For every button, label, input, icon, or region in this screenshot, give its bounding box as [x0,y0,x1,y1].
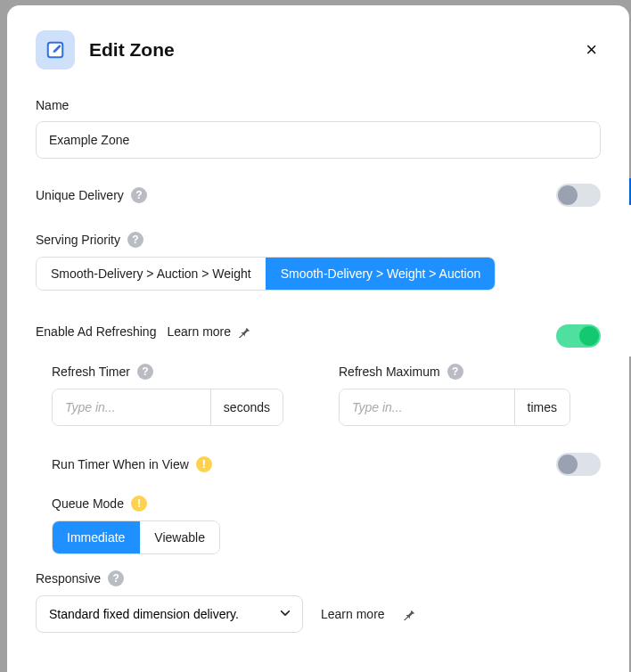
refresh-max-suffix: times [514,389,570,425]
ad-refreshing-toggle[interactable] [556,324,601,348]
help-icon[interactable]: ? [108,570,124,586]
serving-priority-option-1[interactable]: Smooth-Delivery > Weight > Auction [266,258,496,290]
responsive-learn-more[interactable]: Learn more [321,607,385,621]
refresh-timer-label: Refresh Timer [52,365,130,379]
refresh-max-input[interactable] [340,389,514,425]
ad-refreshing-subsection: Refresh Timer ? seconds Refresh Maximum … [52,364,601,554]
pin-icon[interactable] [403,608,415,620]
refresh-timer-field: Refresh Timer ? seconds [52,364,314,426]
unique-delivery-toggle[interactable] [556,184,601,207]
warning-icon[interactable]: ! [131,496,147,512]
close-button[interactable]: × [582,37,601,63]
queue-mode-field: Queue Mode ! Immediate Viewable [52,496,601,554]
edit-icon [36,30,75,70]
refresh-max-label: Refresh Maximum [339,365,440,379]
queue-mode-option-immediate[interactable]: Immediate [53,521,139,553]
chevron-down-icon [279,607,291,622]
help-icon[interactable]: ? [137,364,153,380]
responsive-label: Responsive [36,571,101,586]
help-icon[interactable]: ? [127,232,143,248]
name-input[interactable] [36,121,601,159]
modal-title: Edit Zone [89,39,568,61]
help-icon[interactable]: ? [131,187,147,203]
name-field: Name [36,98,601,159]
refresh-max-field: Refresh Maximum ? times [339,364,601,426]
queue-mode-option-viewable[interactable]: Viewable [139,521,219,553]
run-timer-row: Run Timer When in View ! [52,453,601,476]
help-icon[interactable]: ? [447,364,463,380]
edit-zone-modal: Edit Zone × Name Unique Delivery ? Servi… [7,5,629,672]
serving-priority-segmented: Smooth-Delivery > Auction > Weight Smoot… [36,257,496,291]
queue-mode-label: Queue Mode [52,496,124,511]
queue-mode-segmented: Immediate Viewable [52,520,220,554]
unique-delivery-row: Unique Delivery ? [36,184,601,207]
pin-icon[interactable] [238,325,250,338]
responsive-field: Responsive ? Standard fixed dimension de… [36,570,601,633]
serving-priority-field: Serving Priority ? Smooth-Delivery > Auc… [36,232,601,291]
ad-refreshing-learn-more[interactable]: Learn more [167,324,231,339]
modal-header: Edit Zone × [36,30,601,70]
name-label: Name [36,98,601,112]
refresh-timer-input[interactable] [53,389,210,425]
warning-icon[interactable]: ! [196,456,212,472]
serving-priority-option-0[interactable]: Smooth-Delivery > Auction > Weight [37,258,266,290]
ad-refreshing-label: Enable Ad Refreshing [36,324,156,339]
serving-priority-label: Serving Priority [36,233,120,247]
responsive-select[interactable]: Standard fixed dimension delivery. [36,595,303,633]
refresh-timer-suffix: seconds [210,389,283,425]
ad-refreshing-row: Enable Ad Refreshing Learn more [36,324,601,348]
run-timer-label: Run Timer When in View [52,457,189,471]
unique-delivery-label: Unique Delivery [36,188,124,202]
responsive-selected: Standard fixed dimension delivery. [49,607,239,621]
run-timer-toggle[interactable] [556,453,601,476]
